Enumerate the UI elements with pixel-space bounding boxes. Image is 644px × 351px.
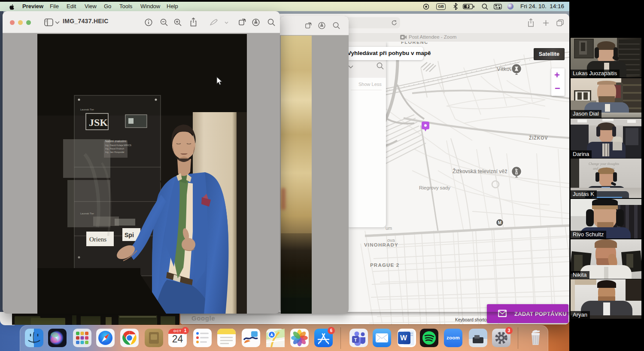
svg-text:Laureát Tier: Laureát Tier (80, 212, 94, 215)
svg-text:Ing. Jan Hospodár: Ing. Jan Hospodár (105, 151, 125, 153)
svg-text:T: T (354, 337, 357, 342)
svg-text:JSK: JSK (89, 117, 108, 128)
svg-text:Spi: Spi (125, 232, 134, 238)
svg-text:Laureát Tier: Laureát Tier (80, 108, 94, 111)
svg-text:Našimi znalostmi: Našimi znalostmi (105, 140, 126, 143)
svg-text:Oriens: Oriens (89, 236, 106, 243)
svg-text:Ing. David Kolaja MRICS: Ing. David Kolaja MRICS (105, 144, 131, 147)
svg-text:M: M (498, 220, 501, 225)
svg-text:Ing. Pavel Fridrich: Ing. Pavel Fridrich (105, 147, 124, 150)
